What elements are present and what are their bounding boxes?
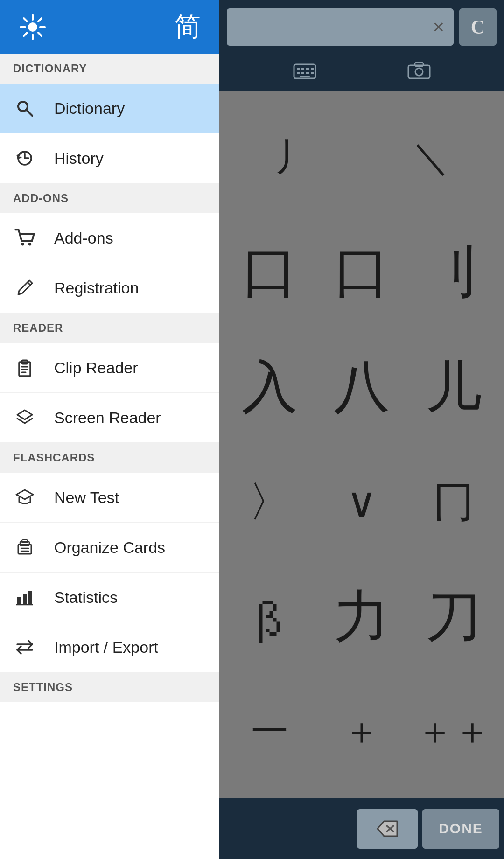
history-icon [13,147,36,170]
menu-item-history-label: History [54,149,104,168]
clipboard-icon [13,356,36,379]
camera-icon[interactable] [407,61,431,84]
icon-row [219,54,504,91]
menu-item-statistics-label: Statistics [54,588,118,607]
section-reader: READER [0,313,219,343]
char-cell[interactable]: 冂 [416,467,491,537]
svg-rect-36 [306,68,309,70]
arrows-icon [13,636,36,659]
char-cell[interactable]: 儿 [416,352,491,422]
menu-item-dictionary-label: Dictionary [54,99,125,118]
right-panel: × C [219,0,504,859]
menu-item-addons-label: Add-ons [54,229,113,247]
svg-point-13 [28,243,32,246]
section-settings: SETTINGS [0,672,219,702]
menu-item-import-export[interactable]: Import / Export [0,622,219,672]
svg-rect-29 [28,591,32,605]
sun-icon [19,13,47,41]
section-addons: ADD-ONS [0,183,219,213]
menu-item-organize-cards-label: Organize Cards [54,538,165,557]
svg-rect-38 [297,72,300,74]
svg-line-6 [38,33,42,36]
char-cell[interactable]: 力 [324,582,399,652]
svg-rect-37 [311,68,314,70]
menu-item-addons[interactable]: Add-ons [0,213,219,263]
section-dictionary: DICTIONARY [0,54,219,84]
menu-item-registration-label: Registration [54,279,139,297]
char-cell[interactable]: 口 [232,237,307,307]
menu-item-clip-reader-label: Clip Reader [54,359,138,377]
search-icon [13,97,36,120]
c-button[interactable]: C [459,8,497,46]
menu-item-statistics[interactable]: Statistics [0,573,219,622]
char-cell[interactable]: 口 [324,237,399,307]
cart-icon [13,226,36,250]
char-cell[interactable]: ∨ [324,467,399,537]
svg-point-44 [415,68,423,76]
menu-item-new-test-label: New Test [54,489,119,507]
layers-icon [13,406,36,429]
sidebar: 简 DICTIONARY Dictionary History ADD-ONS [0,0,219,859]
char-cell[interactable]: 刂 [416,237,491,307]
char-cell[interactable]: 〉 [232,467,307,537]
section-flashcards: FLASHCARDS [0,443,219,473]
chinese-char: 简 [175,9,201,45]
svg-rect-34 [297,68,300,70]
svg-line-14 [28,282,30,285]
svg-rect-35 [301,68,304,70]
menu-item-clip-reader[interactable]: Clip Reader [0,343,219,393]
char-cell[interactable]: 入 [232,352,307,422]
svg-line-10 [27,110,32,116]
close-icon[interactable]: × [433,16,444,38]
svg-line-5 [24,18,27,21]
svg-line-7 [38,18,42,21]
svg-point-0 [28,22,37,32]
char-cell[interactable]: ＼ [393,123,468,193]
char-row-3: 〉 ∨ 冂 [224,467,499,537]
sidebar-header: 简 [0,0,219,54]
char-cell[interactable]: 一 [232,697,307,767]
char-row-0: 丿 ＼ [224,123,499,193]
svg-point-12 [21,243,24,246]
top-bar: × C [219,0,504,54]
keyboard-icon[interactable] [293,61,316,84]
char-cell[interactable]: ꞵ [232,582,307,652]
menu-item-new-test[interactable]: New Test [0,473,219,523]
menu-item-screen-reader-label: Screen Reader [54,409,161,427]
svg-rect-40 [306,72,309,74]
char-row-2: 入 八 儿 [224,352,499,422]
char-cell[interactable]: 八 [324,352,399,422]
menu-item-screen-reader[interactable]: Screen Reader [0,393,219,443]
stack-icon [13,536,36,559]
char-cell[interactable]: ＋ [324,697,399,767]
char-row-1: 口 口 刂 [224,237,499,307]
bar-chart-icon [13,586,36,609]
svg-rect-43 [408,65,430,78]
menu-item-registration[interactable]: Registration [0,263,219,313]
graduation-icon [13,486,36,509]
bottom-bar: DONE [219,798,504,859]
svg-marker-20 [17,410,32,419]
pen-icon [13,276,36,300]
menu-item-history[interactable]: History [0,133,219,183]
char-row-5: 一 ＋ ＋＋ [224,697,499,767]
done-button[interactable]: DONE [422,809,499,849]
menu-item-import-export-label: Import / Export [54,638,158,656]
svg-rect-41 [311,72,314,74]
svg-line-8 [24,33,27,36]
search-box[interactable]: × [227,8,454,46]
char-cell[interactable]: ＋＋ [416,697,491,767]
char-cell[interactable]: 丿 [256,123,330,193]
char-cell[interactable]: 刀 [416,582,491,652]
menu-item-dictionary[interactable]: Dictionary [0,84,219,133]
char-grid: 丿 ＼ 口 口 刂 入 八 儿 〉 ∨ 冂 ꞵ 力 刀 一 ＋ ＋＋ [219,91,504,798]
svg-rect-39 [301,72,304,74]
svg-rect-28 [23,594,27,605]
char-row-4: ꞵ 力 刀 [224,582,499,652]
svg-rect-45 [415,63,423,66]
svg-rect-42 [300,76,310,77]
menu-item-organize-cards[interactable]: Organize Cards [0,523,219,573]
backspace-button[interactable] [357,809,418,849]
svg-rect-27 [17,597,21,605]
